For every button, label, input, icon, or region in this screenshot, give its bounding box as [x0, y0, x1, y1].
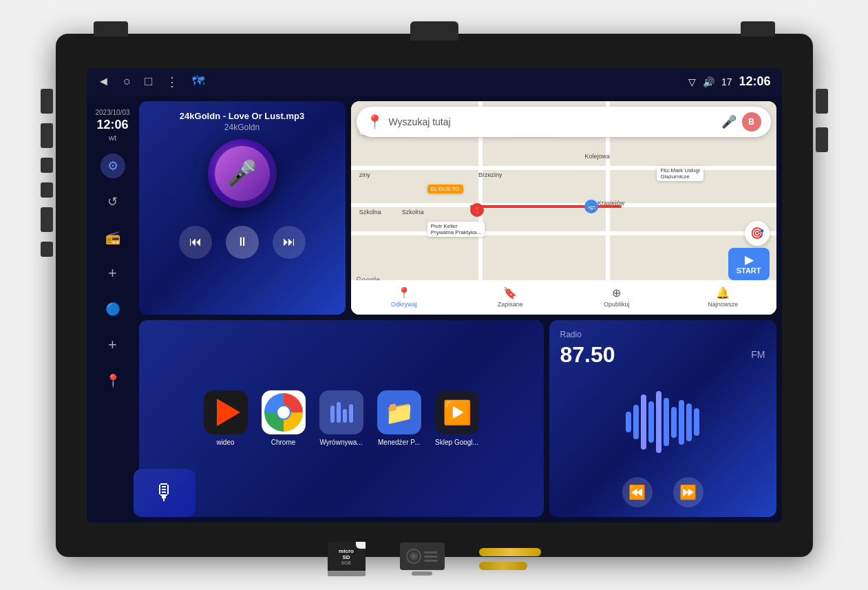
app-item-files[interactable]: 📁 Menedżer P... — [377, 390, 421, 446]
home-button[interactable]: ○ — [123, 74, 131, 89]
svg-rect-3 — [349, 404, 353, 423]
add-icon-1[interactable]: + — [100, 261, 125, 286]
viz-bar-5 — [656, 391, 661, 453]
music-artist: 24kGoldn — [224, 123, 260, 132]
accessories: micro SD 8GB — [328, 542, 541, 576]
bluetooth-icon[interactable]: 🔵 — [100, 297, 125, 322]
radio-icon[interactable]: 📻 — [100, 225, 125, 250]
radio-rewind-button[interactable]: ⏪ — [622, 477, 653, 507]
play-triangle-icon — [217, 399, 240, 426]
viz-bar-6 — [664, 398, 669, 446]
side-button-1[interactable] — [41, 89, 53, 114]
camera-connector — [412, 571, 432, 576]
app-label-equalizer: Wyrównywa... — [319, 439, 362, 446]
car-head-unit: ◄ ○ □ ⋮ 🗺 ▽ 🔊 17 12:06 2023/10/03 12:06 … — [56, 34, 813, 557]
play-pause-button[interactable]: ⏸ — [226, 226, 259, 259]
app-icon-chrome — [262, 390, 306, 434]
screen: ◄ ○ □ ⋮ 🗺 ▽ 🔊 17 12:06 2023/10/03 12:06 … — [87, 68, 782, 523]
chrome-center-icon — [276, 405, 291, 420]
settings-icon[interactable]: ⚙ — [100, 154, 125, 178]
next-button[interactable]: ⏭ — [273, 226, 306, 259]
map-mic-icon[interactable]: 🎤 — [721, 114, 737, 129]
map-tab-zapisane[interactable]: 🔖 Zapisane — [457, 286, 564, 308]
map-search-bar[interactable]: 📍 Wyszukaj tutaj 🎤 B — [357, 107, 771, 137]
viz-bar-9 — [686, 403, 692, 441]
app-item-equalizer[interactable]: Wyrównywa... — [319, 390, 363, 446]
map-tab-odkrywaj[interactable]: 📍 Odkrywaj — [351, 286, 458, 308]
equalizer-overlay-button[interactable]: 🎙 — [134, 469, 195, 517]
side-button-3[interactable] — [41, 158, 53, 173]
sd-card-type: SD — [342, 554, 350, 560]
status-time: 12:06 — [739, 74, 770, 89]
equalizer-svg — [328, 399, 355, 426]
map-tab-opublikuj[interactable]: ⊕ Opublikuj — [564, 286, 670, 308]
maps-button[interactable]: 🗺 — [192, 74, 204, 89]
map-tab-najnowsze[interactable]: 🔔 Najnowsze — [670, 286, 776, 308]
start-navigation-button[interactable]: ▶ START — [728, 248, 770, 280]
chrome-ring-icon — [264, 393, 303, 432]
side-button-5[interactable] — [41, 207, 53, 232]
radio-panel: Radio 87.50 FM — [549, 320, 776, 517]
top-brackets — [94, 21, 775, 41]
prev-button[interactable]: ⏮ — [179, 226, 212, 259]
start-label: START — [737, 266, 761, 275]
radio-forward-button[interactable]: ⏩ — [673, 477, 703, 507]
camera-accessory — [400, 542, 445, 576]
album-art: 🎤 — [208, 139, 277, 208]
discover-icon: 📍 — [397, 286, 411, 299]
app-item-playstore[interactable]: ▶️ Sklep Googl... — [435, 390, 479, 446]
date-widget: 2023/10/03 12:06 wt — [95, 108, 129, 143]
svg-rect-2 — [343, 409, 347, 423]
radio-band: FM — [751, 349, 765, 360]
status-right: ▽ 🔊 17 12:06 — [688, 74, 771, 89]
locate-button[interactable]: 🎯 — [745, 221, 770, 246]
map-poi-fliz: Fliz-Mark UsługiGlazurnicze — [657, 166, 703, 181]
side-button-6[interactable] — [41, 242, 53, 257]
side-button-2[interactable] — [41, 123, 53, 148]
bracket-center — [410, 21, 458, 41]
map-road-horizontal-2 — [351, 166, 776, 170]
add-icon-2[interactable]: + — [100, 333, 125, 357]
bracket-right — [741, 21, 775, 36]
refresh-icon[interactable]: ↺ — [100, 189, 125, 214]
sd-card-body: micro SD 8GB — [328, 542, 366, 571]
app-label-playstore: Sklep Googl... — [435, 439, 478, 446]
music-panel: 24kGoldn - Love Or Lust.mp3 24kGoldn 🎤 ⏮… — [139, 101, 346, 315]
saved-icon: 🔖 — [503, 286, 517, 299]
side-button-right-1[interactable] — [816, 89, 828, 114]
map-bottom-bar: 📍 Odkrywaj 🔖 Zapisane ⊕ Opublikuj — [351, 280, 776, 315]
side-button-4[interactable] — [41, 182, 53, 198]
publish-label: Opublikuj — [604, 301, 630, 308]
playstore-icon: ▶️ — [443, 399, 472, 426]
main-content: 2023/10/03 12:06 wt ⚙ ↺ 📻 + 🔵 + 📍 24 — [87, 96, 782, 523]
radio-visualizer — [560, 368, 765, 477]
location-icon[interactable]: 📍 — [100, 368, 125, 393]
app-item-video[interactable]: wideo — [204, 390, 248, 446]
status-bar: ◄ ○ □ ⋮ 🗺 ▽ 🔊 17 12:06 — [87, 68, 782, 96]
publish-icon: ⊕ — [612, 286, 621, 299]
camera-detail-line-2 — [424, 556, 438, 558]
location-marker: 📍 — [470, 203, 484, 217]
date-text: 2023/10/03 — [95, 108, 129, 117]
top-panels: 24kGoldn - Love Or Lust.mp3 24kGoldn 🎤 ⏮… — [139, 101, 776, 315]
sd-card-accessory: micro SD 8GB — [328, 542, 366, 576]
map-poi-piotr: Piotr KellerPrywatna Praktyka... — [427, 222, 485, 237]
svg-rect-1 — [337, 402, 341, 423]
map-label-szkolna2: Szkolna — [402, 209, 424, 215]
menu-button[interactable]: ⋮ — [166, 74, 178, 89]
back-button[interactable]: ◄ — [98, 74, 110, 89]
sd-card-logo: micro — [339, 548, 354, 554]
wifi-icon: ▽ — [688, 76, 696, 87]
apps-grid: wideo Chrome — [149, 330, 534, 507]
side-button-right-2[interactable] — [816, 127, 828, 152]
map-panel: 📍 Wyszukaj tutaj 🎤 B — [351, 101, 776, 315]
bracket-left — [94, 21, 128, 36]
map-profile-avatar[interactable]: B — [742, 112, 761, 131]
recent-button[interactable]: □ — [145, 74, 152, 89]
map-label-krasiejow: Krasiejów — [597, 200, 624, 207]
krasiejow-marker: 🚌 — [584, 200, 598, 213]
app-icon-files: 📁 — [377, 390, 421, 434]
sd-card-notch — [356, 542, 366, 549]
discover-label: Odkrywaj — [391, 301, 417, 308]
app-item-chrome[interactable]: Chrome — [262, 390, 306, 446]
